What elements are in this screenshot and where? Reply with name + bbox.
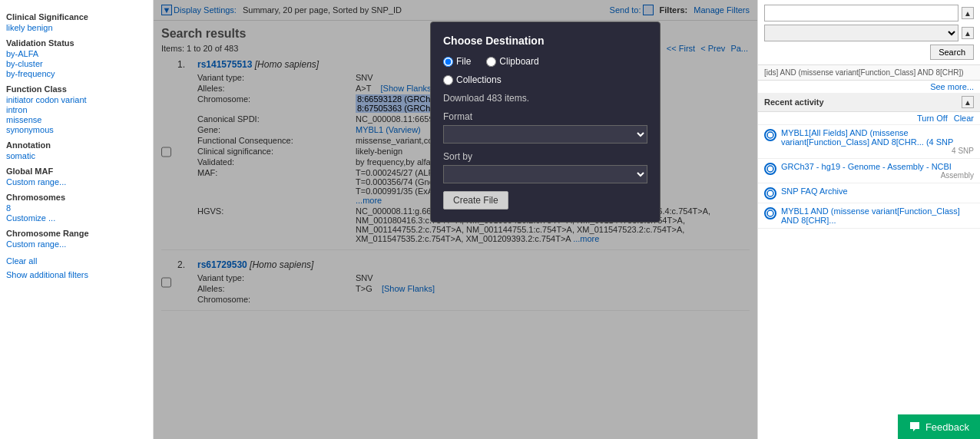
see-more-link[interactable]: See more...	[930, 82, 974, 91]
feedback-label: Feedback	[925, 421, 969, 433]
gene-link-1[interactable]: MYBL1	[356, 125, 383, 134]
result-species-2: [Homo sapiens]	[250, 259, 313, 270]
modal-radio-file[interactable]	[443, 57, 453, 67]
sidebar-item-chr-8[interactable]: 8	[6, 203, 147, 213]
sidebar-item-by-frequency[interactable]: by-frequency	[6, 69, 147, 78]
sidebar-item-by-cluster[interactable]: by-cluster	[6, 59, 147, 68]
sidebar-item-customize[interactable]: Customize ...	[6, 213, 147, 223]
hgvs-more-link-1[interactable]: ...more	[573, 234, 599, 243]
modal-option-clipboard[interactable]: Clipboard	[486, 56, 538, 67]
recent-header-scroll: ▲	[962, 96, 974, 108]
send-to-label: Send to:	[610, 5, 641, 15]
feedback-button[interactable]: Feedback	[898, 414, 980, 439]
right-search-button[interactable]: Search	[930, 45, 974, 60]
svg-point-0	[767, 132, 773, 138]
sidebar-section-title-global-maf: Global MAF	[6, 167, 147, 176]
result-grid-2: Variant type: SNV Alleles: T>G [Show Fla…	[197, 273, 750, 304]
show-additional-filters-link[interactable]: Show additional filters	[6, 270, 147, 279]
modal-radio-clipboard[interactable]	[486, 57, 496, 67]
filter-query: [ids] AND (missense variant[Function_Cla…	[758, 65, 980, 81]
recent-item-4: MYBL1 AND (missense variant[Function_Cla…	[758, 203, 980, 229]
modal-download-text: Download 483 items.	[443, 93, 647, 104]
result-number-2: 2.	[177, 259, 191, 304]
right-scroll-down-btn[interactable]: ▲	[962, 27, 974, 39]
see-more-row: See more...	[758, 81, 980, 93]
modal-dialog: Choose Destination File Clipboard Collec…	[430, 21, 661, 223]
variant-type-label-1: Variant type:	[197, 73, 351, 82]
sidebar-item-custom-range-maf[interactable]: Custom range...	[6, 177, 147, 186]
send-to-button[interactable]: Send to:	[610, 5, 654, 15]
variant-type-label-2: Variant type:	[197, 273, 351, 282]
maf-line-1: T=0.000245/27 (ALFA)	[356, 168, 442, 177]
recent-item-title-4[interactable]: MYBL1 AND (missense variant[Function_Cla…	[781, 206, 974, 225]
result-title-2: rs61729530 [Homo sapiens]	[197, 259, 750, 270]
filters-label: Filters:	[660, 5, 688, 15]
result-content-2: rs61729530 [Homo sapiens] Variant type: …	[197, 259, 750, 304]
functional-consequence-label-1: Functional Consequence:	[197, 136, 351, 145]
recent-item-icon-2	[764, 163, 776, 175]
pagination: << First < Prev Pa...	[665, 44, 750, 53]
result-id-link-2[interactable]: rs61729530	[197, 259, 247, 270]
sidebar-section-title-chromosome-range: Chromosome Range	[6, 229, 147, 238]
svg-point-1	[767, 166, 773, 172]
result-checkbox-2[interactable]	[161, 261, 171, 304]
manage-filters-link[interactable]: Manage Filters	[694, 5, 750, 15]
sidebar-item-custom-range-chr[interactable]: Custom range...	[6, 239, 147, 249]
recent-actions: Turn Off Clear	[758, 112, 980, 125]
maf-label-1: MAF:	[197, 168, 351, 205]
alleles-value-2: T>G [Show Flanks]	[356, 284, 750, 293]
turn-off-link[interactable]: Turn Off	[917, 114, 948, 123]
modal-clipboard-label: Clipboard	[499, 56, 538, 67]
recent-item-title-1[interactable]: MYBL1[All Fields] AND (missense variant[…	[781, 128, 974, 147]
modal-format-select[interactable]	[443, 125, 647, 144]
recent-item-title-3[interactable]: SNP FAQ Archive	[781, 186, 974, 196]
modal-sort-by-label: Sort by	[443, 151, 647, 162]
recent-item-title-2[interactable]: GRCh37 - hg19 - Genome - Assembly - NCBI	[781, 162, 974, 171]
sidebar-section-global-maf: Global MAF Custom range...	[6, 167, 147, 186]
svg-point-3	[767, 210, 773, 216]
recent-scroll-up-btn[interactable]: ▲	[962, 96, 974, 108]
sidebar-item-intron[interactable]: intron	[6, 105, 147, 114]
modal-file-label: File	[456, 56, 471, 67]
pagination-first[interactable]: << First	[667, 44, 695, 53]
result-checkbox-1[interactable]	[161, 61, 171, 243]
recent-item-sub-1: 4 SNP	[781, 147, 974, 155]
clear-recent-link[interactable]: Clear	[954, 114, 974, 123]
varview-link-1[interactable]: (Varview)	[386, 125, 421, 134]
maf-more-link-1[interactable]: ...more	[356, 196, 382, 205]
modal-radio-collections[interactable]	[443, 75, 453, 85]
chromosome-label-2: Chromosome:	[197, 295, 351, 304]
sidebar-item-somatic[interactable]: somatic	[6, 151, 147, 160]
clear-all-link[interactable]: Clear all	[6, 256, 147, 266]
modal-option-collections[interactable]: Collections	[443, 74, 502, 85]
result-id-link-1[interactable]: rs141575513	[197, 59, 252, 70]
modal-create-file-button[interactable]: Create File	[443, 191, 508, 210]
modal-sort-by-select[interactable]	[443, 165, 647, 183]
show-flanks-link-2[interactable]: [Show Flanks]	[382, 284, 435, 293]
sidebar-item-by-alfa[interactable]: by-ALFA	[6, 49, 147, 58]
recent-item-2: GRCh37 - hg19 - Genome - Assembly - NCBI…	[758, 159, 980, 183]
pagination-prev[interactable]: < Prev	[700, 44, 725, 53]
sidebar-section-title-annotation: Annotation	[6, 140, 147, 150]
recent-activity-header: Recent activity ▲	[758, 93, 980, 112]
sidebar-item-likely-benign[interactable]: likely benign	[6, 23, 147, 32]
display-settings-button[interactable]: ▼ Display Settings:	[161, 5, 237, 15]
modal-option-file[interactable]: File	[443, 56, 471, 67]
top-bar: ▼ Display Settings: Summary, 20 per page…	[154, 0, 757, 21]
sidebar-item-initiator-codon[interactable]: initiator codon variant	[6, 95, 147, 104]
sidebar-item-synonymous[interactable]: synonymous	[6, 125, 147, 134]
items-count: Items: 1 to 20 of 483	[161, 44, 238, 53]
right-scroll-up-btn[interactable]: ▲	[962, 7, 974, 19]
right-select[interactable]	[764, 25, 958, 41]
sidebar-section-clinical-significance: Clinical Significance likely benign	[6, 12, 147, 32]
alleles-label-1: Alleles:	[197, 84, 351, 93]
recent-activity-section: Recent activity ▲ Turn Off Clear MYBL1[A…	[758, 93, 980, 439]
right-search-input[interactable]	[764, 5, 958, 21]
chromosome-value-2	[356, 295, 750, 304]
show-flanks-link-1[interactable]: [Show Flanks]	[381, 84, 434, 93]
sidebar-section-chromosome-range: Chromosome Range Custom range...	[6, 229, 147, 249]
recent-item-content-2: GRCh37 - hg19 - Genome - Assembly - NCBI…	[781, 162, 974, 180]
recent-item-icon-3	[764, 187, 776, 200]
sidebar-item-missense[interactable]: missense	[6, 115, 147, 124]
sidebar-section-function-class: Function Class initiator codon variant i…	[6, 84, 147, 134]
